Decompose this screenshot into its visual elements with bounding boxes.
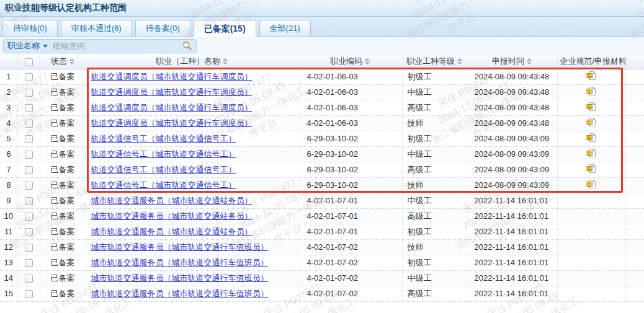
material-cell: [557, 208, 625, 224]
document-material-icon[interactable]: [586, 104, 596, 113]
tab-3[interactable]: 待备案(0): [135, 20, 190, 37]
job-level-cell: 高级工: [402, 286, 467, 301]
job-name-link[interactable]: 轨道交通调度员（城市轨道交通行车调度员）: [91, 72, 253, 81]
row-checkbox[interactable]: [25, 228, 33, 236]
tab-4-active[interactable]: 已备案(15): [194, 20, 256, 37]
select-all-checkbox[interactable]: [25, 58, 33, 66]
declare-time-cell: 2024-08-09 09:43:09: [467, 131, 557, 146]
job-name-link[interactable]: 城市轨道交通服务员（城市轨道交通站务员）: [91, 196, 253, 205]
row-checkbox-cell: [17, 270, 40, 286]
document-material-icon[interactable]: [586, 135, 596, 144]
sort-arrows-icon[interactable]: [457, 58, 462, 64]
job-name-link[interactable]: 轨道交通信号工（城市轨道交通信号工）: [91, 180, 236, 190]
row-checkbox[interactable]: [25, 135, 33, 143]
job-name-link[interactable]: 轨道交通信号工（城市轨道交通信号工）: [91, 149, 236, 159]
job-level-cell: 高级工: [402, 208, 467, 224]
job-name-link[interactable]: 城市轨道交通服务员（城市轨道交通行车值班员）: [91, 289, 269, 298]
declare-time-cell: 2024-08-09 09:43:09: [467, 162, 557, 177]
row-number: 2: [0, 84, 17, 100]
column-header-1[interactable]: 状态: [40, 55, 86, 69]
row-checkbox[interactable]: [25, 89, 33, 97]
job-code-cell: 6-29-03-10-02: [298, 177, 402, 193]
job-name-link[interactable]: 轨道交通调度员（城市轨道交通行车调度员）: [91, 118, 253, 128]
row-checkbox-cell: [17, 115, 40, 131]
table-row: 15已备案城市轨道交通服务员（城市轨道交通行车值班员）4-02-01-07-02…: [0, 286, 644, 301]
row-checkbox[interactable]: [25, 259, 33, 267]
tab-2[interactable]: 审核不通过(6): [61, 20, 132, 37]
status-cell: 已备案: [40, 255, 86, 270]
job-name-link[interactable]: 城市轨道交通服务员（城市轨道交通站务员）: [91, 227, 253, 236]
job-name-link[interactable]: 城市轨道交通服务员（城市轨道交通行车值班员）: [91, 273, 269, 283]
sort-arrows-icon[interactable]: [69, 58, 74, 64]
row-checkbox[interactable]: [25, 275, 33, 283]
row-checkbox[interactable]: [25, 120, 33, 128]
row-checkbox-cell: [17, 131, 40, 146]
sort-arrows-icon[interactable]: [527, 58, 532, 64]
filler-cell: [625, 100, 644, 115]
job-name-link[interactable]: 城市轨道交通服务员（城市轨道交通行车值班员）: [91, 258, 269, 267]
document-material-icon[interactable]: [586, 166, 596, 175]
tab-5[interactable]: 全部(21): [259, 20, 311, 37]
column-header-5[interactable]: 申报时间: [467, 55, 557, 69]
tab-1[interactable]: 待审核(0): [2, 20, 58, 37]
material-cell: [557, 84, 625, 100]
material-cell: [557, 131, 625, 146]
row-checkbox-cell: [17, 84, 40, 100]
declare-time-cell: 2024-08-09 09:43:09: [467, 177, 557, 193]
document-material-icon[interactable]: [586, 89, 596, 98]
column-header-label: 职业编码: [330, 56, 362, 67]
select-all-header: [17, 55, 40, 69]
column-header-label: 申报时间: [492, 56, 524, 67]
row-checkbox[interactable]: [25, 213, 33, 221]
row-number: 1: [0, 69, 17, 84]
row-checkbox[interactable]: [25, 197, 33, 205]
row-checkbox[interactable]: [25, 73, 33, 81]
table-row: 4已备案轨道交通调度员（城市轨道交通行车调度员）4-02-01-06-03技师2…: [0, 115, 644, 131]
table-row: 1已备案轨道交通调度员（城市轨道交通行车调度员）4-02-01-06-03初级工…: [0, 69, 644, 84]
declare-time-cell: 2022-11-14 16:01:01: [467, 224, 557, 239]
magnifier-icon[interactable]: [182, 41, 192, 51]
column-header-label: 企业规范/申报材料: [560, 56, 626, 67]
row-checkbox[interactable]: [25, 182, 33, 190]
column-header-6[interactable]: 企业规范/申报材料: [557, 55, 625, 69]
job-name-link[interactable]: 轨道交通信号工（城市轨道交通信号工）: [91, 165, 236, 174]
job-name-cell: 城市轨道交通服务员（城市轨道交通行车值班员）: [86, 239, 298, 255]
column-header-3[interactable]: 职业编码: [298, 55, 402, 69]
job-code-cell: 4-02-01-07-02: [298, 286, 402, 301]
job-name-link[interactable]: 轨道交通调度员（城市轨道交通行车调度员）: [91, 103, 253, 112]
sort-arrows-icon[interactable]: [365, 58, 370, 64]
document-material-icon[interactable]: [586, 151, 596, 160]
job-code-cell: 4-02-01-07-02: [298, 255, 402, 270]
sort-arrows-icon[interactable]: [223, 58, 228, 64]
table-row: 14已备案城市轨道交通服务员（城市轨道交通行车值班员）4-02-01-07-02…: [0, 270, 644, 286]
row-number: 12: [0, 239, 17, 255]
row-checkbox[interactable]: [25, 151, 33, 159]
row-checkbox[interactable]: [25, 104, 33, 112]
column-header-2[interactable]: 职业（工种）名称: [86, 55, 298, 69]
column-header-4[interactable]: 职业工种等级: [402, 55, 467, 69]
material-cell: [557, 177, 625, 193]
row-checkbox[interactable]: [25, 290, 33, 298]
job-name-link[interactable]: 轨道交通调度员（城市轨道交通行车调度员）: [91, 87, 253, 97]
document-material-icon[interactable]: [586, 73, 596, 82]
column-header-label: 职业工种等级: [406, 56, 455, 67]
filler-cell: [625, 208, 644, 224]
document-material-icon[interactable]: [586, 182, 596, 191]
job-code-cell: 4-02-01-07-02: [298, 239, 402, 255]
table-row: 10已备案城市轨道交通服务员（城市轨道交通站务员）4-02-01-07-01高级…: [0, 208, 644, 224]
row-checkbox[interactable]: [25, 166, 33, 174]
material-cell: [557, 239, 625, 255]
filler-cell: [625, 115, 644, 131]
job-name-link[interactable]: 轨道交通信号工（城市轨道交通信号工）: [91, 134, 236, 143]
document-material-icon[interactable]: [586, 120, 596, 129]
job-name-link[interactable]: 城市轨道交通服务员（城市轨道交通站务员）: [91, 211, 253, 221]
search-input[interactable]: [48, 42, 182, 51]
row-checkbox[interactable]: [25, 244, 33, 252]
job-code-cell: 4-02-01-06-03: [298, 69, 402, 84]
filler-header: [625, 55, 644, 69]
search-field-selector[interactable]: 职业名称: [7, 40, 48, 51]
status-cell: 已备案: [40, 84, 86, 100]
window-title-bar: 职业技能等级认定机构工种范围: [0, 0, 644, 17]
job-code-cell: 6-29-03-10-02: [298, 146, 402, 162]
job-name-link[interactable]: 城市轨道交通服务员（城市轨道交通行车值班员）: [91, 242, 269, 252]
